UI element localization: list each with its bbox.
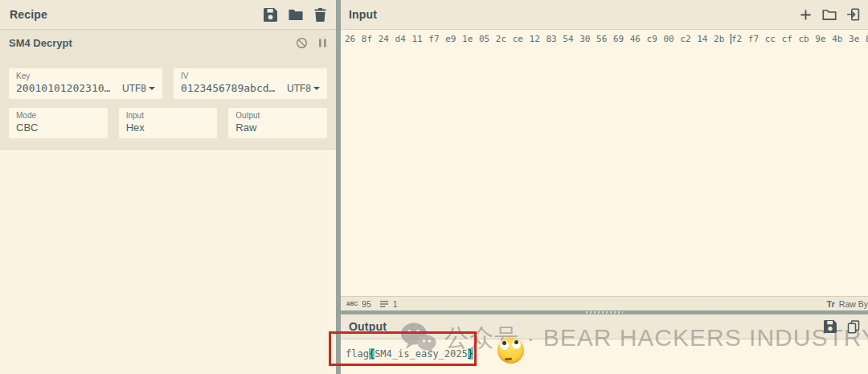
key-field[interactable]: Key 20010101202310… UTF8 (8, 68, 163, 100)
flag-prefix: flag (346, 348, 369, 360)
emoji-eye (512, 339, 521, 349)
emoji-eye (500, 340, 509, 350)
save-icon[interactable] (264, 8, 277, 22)
output-format-value: Raw (235, 121, 320, 134)
open-folder-icon[interactable] (822, 9, 837, 21)
add-input-icon[interactable] (800, 9, 812, 21)
chevron-down-icon (149, 87, 155, 90)
input-status-bar: ABC 95 1 Tr Raw By (341, 296, 868, 310)
input-format-select[interactable]: Input Hex (118, 107, 219, 139)
operation-sm4-decrypt[interactable]: SM4 Decrypt Key 20010101202310… (0, 30, 336, 150)
open-folder-icon[interactable] (289, 9, 303, 21)
copy-output-icon[interactable] (847, 320, 860, 334)
iv-encoding-dropdown[interactable]: UTF8 (287, 83, 320, 94)
encoding-icon: Tr (826, 299, 834, 309)
input-text: 26 8f 24 d4 11 f7 e9 1e 05 2c ce 12 83 5… (345, 34, 868, 44)
key-value[interactable]: 20010101202310… (16, 81, 110, 95)
output-panel: Output flag{SM4_is_easy_2025} (341, 314, 868, 374)
save-output-icon[interactable] (824, 320, 837, 333)
input-format-value: Hex (126, 121, 211, 134)
output-format-select[interactable]: Output Raw (227, 107, 328, 139)
chevron-down-icon (313, 87, 320, 90)
recipe-panel: Recipe SM4 Decrypt (0, 0, 336, 374)
disable-icon[interactable] (296, 37, 308, 49)
iv-value[interactable]: 0123456789abcd… (181, 81, 275, 95)
input-panel: Input 26 8f 24 d4 11 f7 e9 1e 05 2c ce 1… (341, 0, 868, 310)
flag-body: SM4_is_easy_2025 (375, 348, 468, 360)
input-textarea[interactable]: 26 8f 24 d4 11 f7 e9 1e 05 2c ce 12 83 5… (341, 31, 868, 296)
encoding-value: Raw By (839, 299, 868, 309)
recipe-title: Recipe (10, 8, 47, 21)
output-format-label: Output (235, 111, 320, 121)
operation-args: Key 20010101202310… UTF8 IV 0123456789ab… (0, 55, 336, 149)
flag-close-brace: } (468, 348, 473, 360)
iv-label: IV (181, 72, 320, 81)
input-format-label: Input (126, 111, 211, 121)
delete-icon[interactable] (314, 8, 326, 22)
input-title: Input (349, 8, 377, 21)
splitter-handle-icon (586, 311, 623, 314)
line-count-icon (380, 300, 389, 308)
recipe-header: Recipe (0, 0, 336, 30)
output-header: Output (341, 314, 868, 339)
key-label: Key (16, 72, 155, 81)
mode-value: CBC (16, 121, 100, 134)
mode-select[interactable]: Mode CBC (8, 107, 108, 139)
input-header: Input (341, 0, 868, 30)
char-count-icon: ABC (346, 301, 358, 306)
cyberchef-app: Recipe SM4 Decrypt (0, 0, 868, 374)
char-count: 95 (362, 299, 371, 309)
output-title: Output (349, 320, 387, 333)
operation-title: SM4 Decrypt (9, 37, 72, 49)
mode-label: Mode (16, 111, 100, 121)
input-encoding-selector[interactable]: Tr Raw By (826, 299, 868, 309)
output-text: flag{SM4_is_easy_2025} (341, 339, 868, 360)
breakpoint-pause-icon[interactable] (318, 38, 327, 48)
line-count: 1 (393, 299, 398, 309)
eye-roll-emoji (497, 337, 524, 364)
key-encoding-dropdown[interactable]: UTF8 (122, 83, 155, 94)
iv-field[interactable]: IV 0123456789abcd… UTF8 (173, 68, 328, 100)
emoji-mouth (505, 358, 512, 360)
open-file-icon[interactable] (847, 8, 860, 21)
recipe-list-empty-area (0, 150, 336, 374)
operation-header[interactable]: SM4 Decrypt (0, 30, 336, 55)
